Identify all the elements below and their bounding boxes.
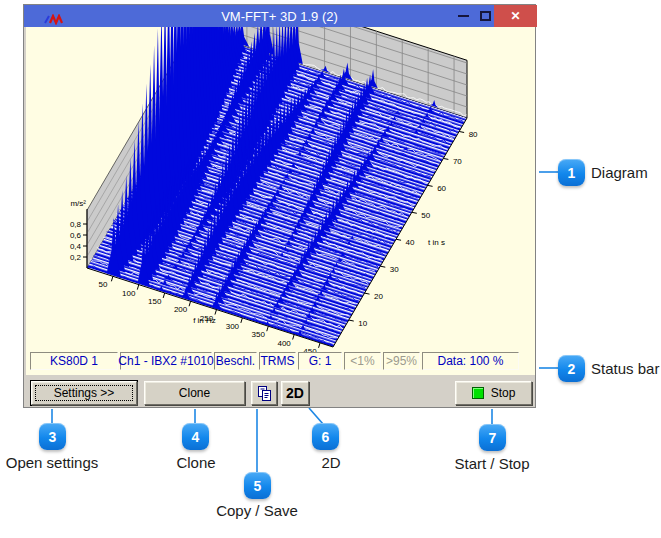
- callout-badge-7: 7: [479, 424, 506, 451]
- diagram-panel: 0,20,40,60,8m/s²501001502002503003504004…: [26, 27, 535, 375]
- status-cell: Data: 100 %: [422, 352, 519, 370]
- settings-button[interactable]: Settings >>: [31, 381, 137, 405]
- stop-button[interactable]: Stop: [455, 381, 532, 405]
- svg-text:350: 350: [252, 330, 266, 339]
- status-cell: >95%: [383, 352, 420, 370]
- svg-text:0,2: 0,2: [70, 253, 82, 262]
- svg-text:70: 70: [453, 157, 462, 166]
- fft-3d-diagram[interactable]: 0,20,40,60,8m/s²501001502002503003504004…: [26, 27, 535, 353]
- status-cell: Ch1 - IBX2 #1010: [120, 352, 212, 370]
- y-axis: 0,20,40,60,8m/s²: [70, 199, 87, 268]
- svg-text:100: 100: [122, 289, 136, 298]
- svg-text:20: 20: [374, 292, 383, 301]
- copy-save-button[interactable]: [251, 381, 277, 405]
- svg-text:50: 50: [98, 280, 107, 289]
- clone-button[interactable]: Clone: [144, 381, 245, 405]
- titlebar[interactable]: VM-FFT+ 3D 1.9 (2) ✕: [24, 5, 535, 27]
- callout-badge-4: 4: [182, 423, 209, 450]
- minimize-button[interactable]: [452, 5, 474, 27]
- copy-icon: [256, 385, 273, 402]
- svg-text:60: 60: [437, 184, 446, 193]
- callout-badge-5: 5: [244, 472, 271, 499]
- status-cell: <1%: [344, 352, 381, 370]
- svg-text:t in s: t in s: [428, 238, 445, 247]
- maximize-icon: [480, 11, 491, 21]
- running-indicator-icon: [472, 387, 484, 399]
- svg-text:300: 300: [226, 322, 240, 331]
- close-icon: ✕: [510, 9, 520, 23]
- callout-label-open-settings: Open settings: [6, 454, 99, 471]
- svg-text:150: 150: [148, 297, 162, 306]
- clone-label: Clone: [179, 386, 210, 400]
- callout-line: [309, 408, 323, 424]
- svg-text:0,8: 0,8: [70, 220, 82, 229]
- svg-text:40: 40: [406, 238, 415, 247]
- close-button[interactable]: ✕: [494, 5, 537, 27]
- maximize-button[interactable]: [474, 5, 496, 27]
- callout-badge-2: 2: [558, 355, 585, 382]
- callout-badge-6: 6: [312, 423, 339, 450]
- svg-text:30: 30: [390, 265, 399, 274]
- callout-badge-1: 1: [558, 159, 585, 186]
- svg-text:0,6: 0,6: [70, 231, 82, 240]
- status-cell: TRMS: [259, 352, 296, 370]
- svg-text:50: 50: [421, 211, 430, 220]
- svg-text:200: 200: [174, 305, 188, 314]
- 2d-label: 2D: [286, 385, 304, 401]
- callout-label-start-stop: Start / Stop: [454, 455, 529, 472]
- callout-label-status-bar: Status bar: [591, 360, 659, 377]
- minimize-icon: [458, 15, 469, 17]
- callout-label-diagram: Diagram: [591, 164, 648, 181]
- status-cell: Beschl.: [214, 352, 257, 370]
- svg-text:m/s²: m/s²: [70, 199, 86, 208]
- annotation-canvas: VM-FFT+ 3D 1.9 (2) ✕ 0,20,40,60,8m/s²501…: [0, 0, 661, 538]
- 2d-button[interactable]: 2D: [281, 381, 309, 405]
- status-bar: KS80D 1Ch1 - IBX2 #1010Beschl.TRMSG: 1<1…: [30, 352, 519, 372]
- svg-text:10: 10: [358, 319, 367, 328]
- status-cell: KS80D 1: [30, 352, 118, 370]
- svg-text:0,4: 0,4: [70, 242, 82, 251]
- settings-label: Settings >>: [54, 386, 115, 400]
- callout-label-clone: Clone: [176, 454, 215, 471]
- status-cell: G: 1: [298, 352, 342, 370]
- callout-label-copy-save: Copy / Save: [216, 502, 298, 519]
- callout-badge-3: 3: [39, 423, 66, 450]
- callout-label-2d: 2D: [321, 454, 340, 471]
- stop-label: Stop: [491, 386, 516, 400]
- app-window: VM-FFT+ 3D 1.9 (2) ✕ 0,20,40,60,8m/s²501…: [23, 4, 536, 408]
- svg-text:80: 80: [469, 130, 478, 139]
- svg-text:f in Hz: f in Hz: [193, 316, 216, 325]
- svg-text:400: 400: [277, 339, 291, 348]
